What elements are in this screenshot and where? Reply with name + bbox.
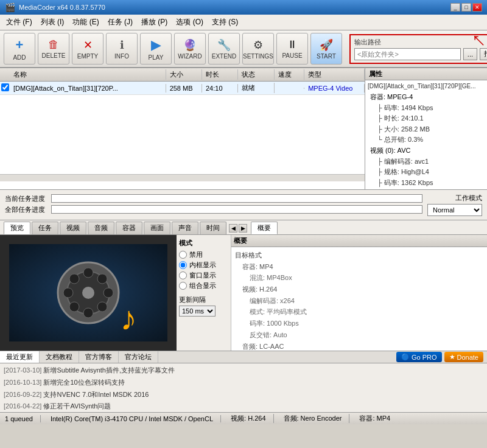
start-button[interactable]: 🚀 START: [310, 33, 342, 65]
gopro-button[interactable]: 🔵 Go PRO: [396, 352, 442, 362]
play-button[interactable]: ▶ PLAY: [140, 33, 172, 65]
news-section: 最近更新 文档教程 官方博客 官方论坛 🔵 Go PRO ★ Donate [2…: [0, 351, 487, 412]
pause-button[interactable]: ⏸ PAUSE: [276, 33, 308, 65]
mode-combo[interactable]: 组合显示: [179, 281, 228, 290]
music-note-icon: ♪: [121, 302, 138, 335]
props-subitem: ├ 编解码器: avc1: [368, 156, 485, 167]
file-name: [DMG][Attack_on_Titan][31][720P...: [10, 84, 166, 93]
tab-container[interactable]: 容器: [116, 222, 142, 234]
menu-item-e[interactable]: 功能 (E): [69, 16, 102, 29]
maximize-button[interactable]: □: [461, 3, 471, 12]
gopro-icon: 🔵: [401, 353, 410, 361]
summary-item: 音频: LC-AAC: [235, 341, 483, 351]
work-mode-select[interactable]: Normal Batch Queue: [427, 204, 482, 216]
output-path-input[interactable]: [354, 48, 461, 60]
summary-item: 视频: H.264: [235, 284, 483, 295]
donate-button[interactable]: ★ Donate: [444, 352, 483, 362]
menu-item-p[interactable]: 播放 (P): [138, 16, 171, 29]
menu-item-o[interactable]: 选项 (O): [172, 16, 207, 29]
svg-point-6: [103, 288, 113, 298]
tab-sound[interactable]: 声音: [172, 222, 198, 234]
status-bar: 1 queued Intel(R) Core(TM) i3-4170 CPU /…: [0, 412, 487, 424]
menu-item-i[interactable]: 列表 (I): [37, 16, 68, 29]
browse-button[interactable]: ...: [463, 48, 477, 60]
svg-point-8: [97, 302, 107, 312]
news-item: [2017-03-10] 新增Subtitle Avisynth插件,支持蓝光字…: [4, 365, 483, 377]
settings-button[interactable]: ⚙ SETTINGS: [242, 33, 274, 65]
summary-tree: 目标格式 容器: MP4 混流: MP4Box 视频: H.264 编解码器: …: [235, 250, 483, 351]
summary-item: 容器: MP4: [235, 261, 483, 273]
status-queue: 1 queued: [5, 415, 41, 422]
props-item: 视频 (0): AVC: [368, 145, 485, 156]
tab-summary[interactable]: 概要: [251, 222, 278, 234]
minimize-button[interactable]: _: [450, 3, 460, 12]
mode-window-radio[interactable]: [179, 271, 187, 279]
tab-time[interactable]: 时间: [200, 222, 226, 234]
mode-radio-group: 禁用 内框显示 窗口显示 组合显示: [179, 250, 228, 290]
mode-inner-radio[interactable]: [179, 261, 187, 269]
row-checkbox[interactable]: [1, 83, 9, 91]
extend-button[interactable]: 🔧 EXTEND: [208, 33, 240, 65]
news-tabs: 最近更新 文档教程 官方博客 官方论坛 🔵 Go PRO ★ Donate: [0, 351, 487, 363]
gopro-label: Go PRO: [412, 354, 437, 361]
output-label: 输出路径: [354, 38, 487, 47]
props-subitem: ├ 规格: High@L4: [368, 167, 485, 178]
add-button[interactable]: + ADD: [4, 33, 35, 65]
properties-panel: 属性 [DMG][Attack_on_Titan][31][720P][GE..…: [365, 68, 487, 189]
delete-button[interactable]: 🗑 DELETE: [38, 33, 69, 65]
mode-window[interactable]: 窗口显示: [179, 271, 228, 280]
file-duration: 24:10: [202, 84, 238, 93]
tab-task[interactable]: 任务: [32, 222, 58, 234]
props-subitem: ├ 大小: 258.2 MB: [368, 124, 485, 135]
close-button[interactable]: ✕: [472, 3, 482, 12]
mode-disabled-radio[interactable]: [179, 251, 187, 259]
film-reel-icon: [55, 259, 122, 326]
file-speed: [275, 88, 305, 89]
total-progress-row: 全部任务进度: [5, 205, 422, 214]
tab-video[interactable]: 视频: [60, 222, 86, 234]
tab-screen[interactable]: 画面: [144, 222, 170, 234]
mode-inner[interactable]: 内框显示: [179, 261, 228, 270]
info-button[interactable]: ℹ INFO: [106, 33, 138, 65]
tab-docs[interactable]: 文档教程: [40, 351, 79, 363]
props-subitem: ├ 时长: 24:10.1: [368, 113, 485, 124]
empty-button[interactable]: ✕ EMPTY: [72, 33, 103, 65]
file-list: 名称 大小 时长 状态 速度 类型 [DMG][Attack_on_Titan]…: [0, 68, 365, 189]
summary-subitem: 编解码器: x264: [235, 295, 483, 307]
tab-next-button[interactable]: ▶: [239, 224, 247, 233]
menu-item-f[interactable]: 文件 (F): [2, 16, 36, 29]
summary-title: 概要: [231, 235, 487, 247]
tab-prev-button[interactable]: ◀: [229, 224, 237, 233]
work-mode-section: 工作模式 Normal Batch Queue: [427, 194, 482, 216]
svg-point-2: [82, 287, 94, 299]
mode-disabled[interactable]: 禁用: [179, 250, 228, 259]
interval-select[interactable]: 150 ms 300 ms 500 ms: [179, 306, 215, 317]
tab-blog[interactable]: 官方博客: [79, 351, 119, 363]
news-item: [2016-04-22] 修正若干AVISynth问题: [4, 401, 483, 412]
props-filename: [DMG][Attack_on_Titan][31][720P][GE...: [368, 83, 485, 89]
props-subitem: ├ 码率: 1362 Kbps: [368, 178, 485, 189]
menu-item-s[interactable]: 支持 (S): [208, 16, 242, 29]
tab-forum[interactable]: 官方论坛: [119, 351, 158, 363]
progress-area: 当前任务进度 全部任务进度: [5, 194, 422, 216]
open-folder-button[interactable]: 打开: [480, 48, 487, 60]
status-audio: 音频: Nero Encoder: [284, 414, 350, 423]
mode-combo-radio[interactable]: [179, 282, 187, 290]
tab-recent-updates[interactable]: 最近更新: [0, 351, 40, 363]
props-subitem: └ 分辨率: 1280x720: [368, 188, 485, 189]
main-area: 名称 大小 时长 状态 速度 类型 [DMG][Attack_on_Titan]…: [0, 68, 487, 190]
progress-section: 当前任务进度 全部任务进度 工作模式 Normal Batch Queue: [0, 190, 487, 220]
col-status: 状态: [238, 69, 274, 80]
wizard-button[interactable]: 🔮 WIZARD: [174, 33, 206, 65]
menu-item-j[interactable]: 任务 (J): [104, 16, 136, 29]
table-row[interactable]: [DMG][Attack_on_Titan][31][720P... 258 M…: [0, 82, 365, 95]
horizontal-scrollbar[interactable]: [0, 174, 365, 181]
preview-image: ♪: [9, 244, 167, 341]
app-title: MediaCoder x64 0.8.37.5770: [19, 4, 105, 11]
window-controls: _ □ ✕: [450, 3, 482, 12]
tabs-section: 预览 任务 视频 音频 容器 画面 声音 时间 ◀ ▶ 概要: [0, 220, 487, 235]
tab-audio[interactable]: 音频: [88, 222, 114, 234]
tab-preview[interactable]: 预览: [4, 222, 30, 234]
col-size: 大小: [166, 69, 202, 80]
status-container: 容器: MP4: [359, 414, 398, 423]
